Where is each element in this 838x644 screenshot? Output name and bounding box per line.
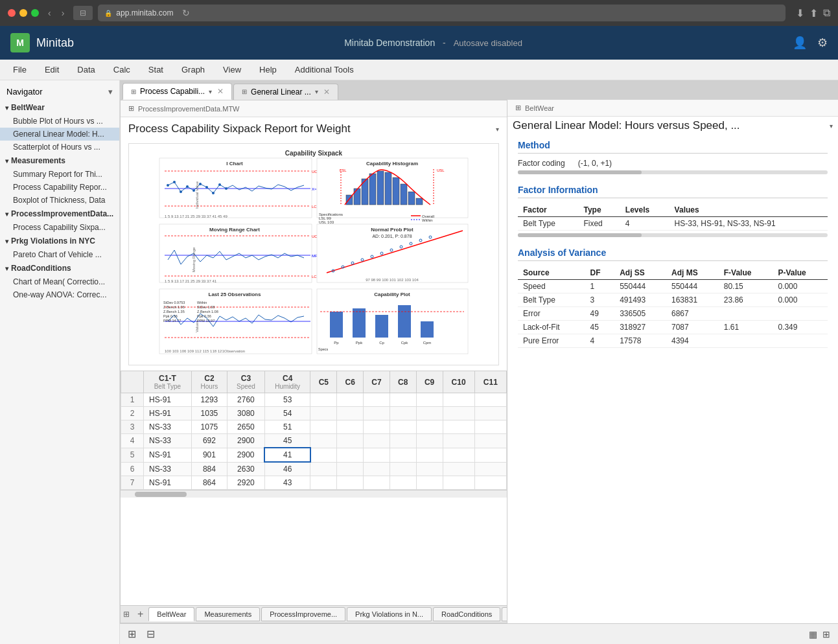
nav-item-process-capability-report[interactable]: Process Capability Repor...: [0, 181, 119, 194]
cell-belt-type-5[interactable]: NS-91: [144, 448, 192, 462]
cell-c5-6[interactable]: [310, 462, 337, 476]
cell-c5-3[interactable]: [310, 420, 337, 434]
col-c11-header[interactable]: C11: [474, 371, 506, 393]
table-view-icon[interactable]: ▦: [809, 629, 817, 639]
nav-item-oneway-anova[interactable]: One-way ANOVA: Correc...: [0, 288, 119, 301]
cell-c9-2[interactable]: [416, 407, 443, 420]
nav-group-roadconditions-header[interactable]: ▾ RoadConditions: [0, 261, 119, 275]
menu-graph[interactable]: Graph: [174, 62, 213, 77]
nav-item-chart-of-mean[interactable]: Chart of Mean( Correctio...: [0, 275, 119, 288]
glm-title-dropdown[interactable]: ▾: [830, 122, 833, 130]
cell-humidity-1[interactable]: 53: [264, 393, 310, 407]
status-grid-icon[interactable]: ⊞: [128, 628, 136, 640]
cell-c11-2[interactable]: [474, 407, 506, 420]
cell-c5-1[interactable]: [310, 393, 337, 407]
cell-hours-2[interactable]: 1035: [191, 407, 227, 420]
back-button[interactable]: ‹: [44, 6, 55, 19]
col-c6-header[interactable]: C6: [337, 371, 364, 393]
cell-c7-2[interactable]: [364, 407, 390, 420]
cell-c6-1[interactable]: [337, 393, 364, 407]
address-bar[interactable]: 🔒 app.minitab.com ↻: [98, 5, 786, 21]
cell-c11-4[interactable]: [474, 434, 506, 448]
cell-speed-1[interactable]: 2760: [227, 393, 264, 407]
menu-stat[interactable]: Stat: [141, 62, 171, 77]
forward-button[interactable]: ›: [58, 6, 69, 19]
cell-c8-6[interactable]: [390, 462, 416, 476]
cell-c10-5[interactable]: [443, 448, 474, 462]
grid-icon[interactable]: ⊞: [123, 610, 130, 619]
cell-humidity-3[interactable]: 51: [264, 420, 310, 434]
cell-c5-5[interactable]: [310, 448, 337, 462]
cell-c5-7[interactable]: [310, 476, 337, 490]
cell-speed-7[interactable]: 2920: [227, 476, 264, 490]
col-c2-header[interactable]: C2 Hours: [191, 371, 227, 393]
cell-c10-4[interactable]: [443, 434, 474, 448]
cell-hours-5[interactable]: 901: [191, 448, 227, 462]
cell-c8-4[interactable]: [390, 434, 416, 448]
cell-c11-5[interactable]: [474, 448, 506, 462]
cell-c10-2[interactable]: [443, 407, 474, 420]
settings-icon[interactable]: ⚙: [817, 36, 828, 50]
nav-item-scatterplot[interactable]: Scatterplot of Hours vs ...: [0, 141, 119, 154]
tab-general-linear-model[interactable]: ⊞ General Linear ... ▾ ✕: [233, 84, 338, 100]
cell-hours-3[interactable]: 1075: [191, 420, 227, 434]
menu-view[interactable]: View: [215, 62, 249, 77]
cell-c7-3[interactable]: [364, 420, 390, 434]
cell-speed-3[interactable]: 2650: [227, 420, 264, 434]
table-grid-icon[interactable]: ⊞: [822, 629, 830, 639]
horizontal-scrollbar[interactable]: [121, 490, 507, 498]
add-sheet-button[interactable]: +: [134, 607, 147, 621]
cell-c7-1[interactable]: [364, 393, 390, 407]
nav-item-glm[interactable]: General Linear Model: H...: [0, 128, 119, 141]
cell-c7-6[interactable]: [364, 462, 390, 476]
menu-additional-tools[interactable]: Additional Tools: [287, 62, 362, 77]
cell-belt-type-4[interactable]: NS-33: [144, 434, 192, 448]
nav-item-boxplot[interactable]: Boxplot of Thickness, Data: [0, 194, 119, 207]
cell-c9-5[interactable]: [416, 448, 443, 462]
fullscreen-button[interactable]: ⧉: [823, 7, 830, 19]
share-button[interactable]: ⬆: [809, 7, 818, 19]
tab-process-capability-dropdown[interactable]: ▾: [209, 88, 212, 95]
cell-c6-2[interactable]: [337, 407, 364, 420]
navigator-dropdown-icon[interactable]: ▾: [108, 87, 113, 97]
col-c9-header[interactable]: C9: [416, 371, 443, 393]
user-icon[interactable]: 👤: [793, 36, 807, 50]
cell-c5-4[interactable]: [310, 434, 337, 448]
cell-c6-3[interactable]: [337, 420, 364, 434]
nav-group-prkgviolations-header[interactable]: ▾ Prkg Violations in NYC: [0, 234, 119, 248]
right-panel-scroll[interactable]: Method Factor coding (-1, 0, +1) Factor …: [507, 135, 838, 623]
cell-humidity-2[interactable]: 54: [264, 407, 310, 420]
cell-hours-7[interactable]: 864: [191, 476, 227, 490]
cell-c7-5[interactable]: [364, 448, 390, 462]
col-c3-header[interactable]: C3 Speed: [227, 371, 264, 393]
tab-process-capability-close[interactable]: ✕: [217, 87, 224, 96]
cell-belt-type-3[interactable]: NS-33: [144, 420, 192, 434]
tab-glm-dropdown[interactable]: ▾: [315, 88, 318, 95]
sheet-tab-prkgviolations[interactable]: Prkg Violations in N...: [347, 607, 432, 621]
cell-speed-6[interactable]: 2630: [227, 462, 264, 476]
cell-c11-1[interactable]: [474, 393, 506, 407]
col-c5-header[interactable]: C5: [310, 371, 337, 393]
cell-belt-type-1[interactable]: HS-91: [144, 393, 192, 407]
cell-belt-type-7[interactable]: NS-91: [144, 476, 192, 490]
menu-edit[interactable]: Edit: [37, 62, 67, 77]
cell-c8-1[interactable]: [390, 393, 416, 407]
cell-humidity-4[interactable]: 45: [264, 434, 310, 448]
sheet-tab-roadconditions[interactable]: RoadConditions: [433, 607, 500, 621]
cell-c10-1[interactable]: [443, 393, 474, 407]
cell-c9-6[interactable]: [416, 462, 443, 476]
cell-c7-4[interactable]: [364, 434, 390, 448]
sheet-tab-pulserates[interactable]: PulseRates.MTW: [502, 607, 507, 621]
cell-hours-6[interactable]: 884: [191, 462, 227, 476]
minimize-window-button[interactable]: [19, 9, 27, 17]
sheet-tab-processimprovement[interactable]: ProcessImproveme...: [261, 607, 345, 621]
cell-c8-5[interactable]: [390, 448, 416, 462]
cell-belt-type-6[interactable]: NS-33: [144, 462, 192, 476]
cell-c11-6[interactable]: [474, 462, 506, 476]
maximize-window-button[interactable]: [31, 9, 39, 17]
tab-glm-close[interactable]: ✕: [323, 87, 330, 97]
cell-c10-7[interactable]: [443, 476, 474, 490]
tab-process-capability[interactable]: ⊞ Process Capabili... ▾ ✕: [122, 83, 232, 100]
cell-c9-3[interactable]: [416, 420, 443, 434]
cell-c11-3[interactable]: [474, 420, 506, 434]
